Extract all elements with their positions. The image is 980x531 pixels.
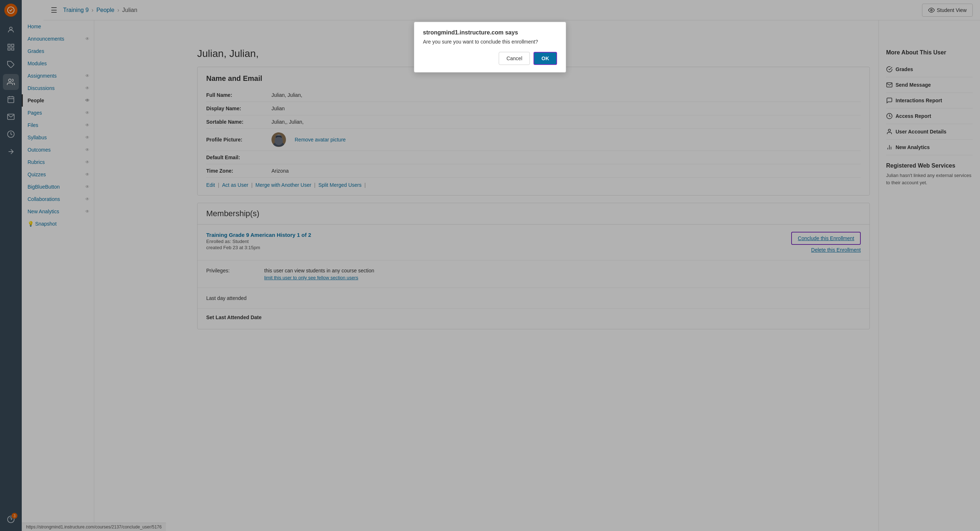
dialog-overlay: strongmind1.instructure.com says Are you… xyxy=(0,0,980,531)
dialog-ok-button[interactable]: OK xyxy=(533,52,557,65)
dialog-title: strongmind1.instructure.com says xyxy=(423,29,557,36)
dialog-buttons: Cancel OK xyxy=(423,52,557,65)
dialog-cancel-button[interactable]: Cancel xyxy=(499,52,530,65)
dialog-box: strongmind1.instructure.com says Are you… xyxy=(414,22,566,73)
dialog-message: Are you sure you want to conclude this e… xyxy=(423,39,557,45)
